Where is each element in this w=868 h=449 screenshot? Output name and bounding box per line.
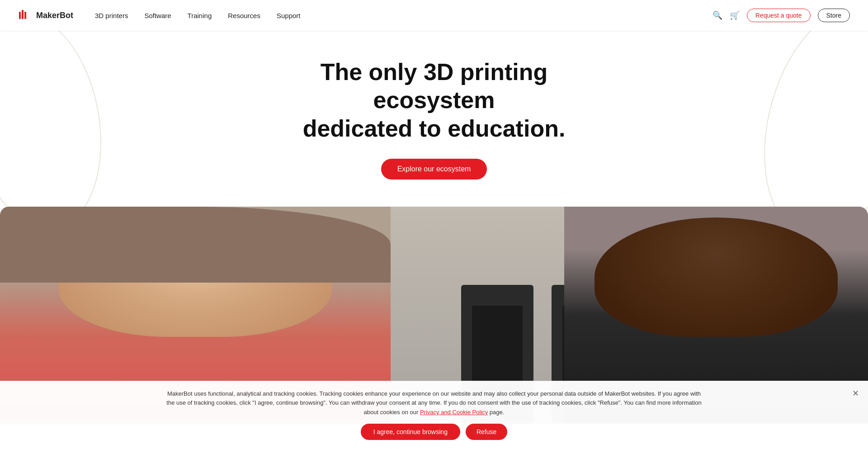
cookie-buttons: I agree, continue browsing Refuse: [27, 424, 841, 440]
cookie-policy-link[interactable]: Privacy and Cookie Policy: [420, 409, 488, 416]
cookie-refuse-button[interactable]: Refuse: [466, 424, 507, 440]
cart-icon[interactable]: 🛒: [730, 10, 740, 20]
svg-rect-2: [24, 12, 26, 19]
nav-item-support[interactable]: Support: [277, 12, 301, 19]
hero-text-block: The only 3D printing ecosystem dedicated…: [0, 31, 868, 198]
makerbot-logo-icon: [18, 8, 33, 23]
cookie-text: MakerBot uses functional, analytical and…: [163, 389, 705, 417]
logo-text: MakerBot: [36, 11, 73, 20]
nav-item-3d-printers[interactable]: 3D printers: [95, 12, 128, 19]
svg-rect-1: [22, 10, 24, 19]
main-header: MakerBot 3D printers Software Training R…: [0, 0, 868, 31]
svg-rect-0: [19, 12, 21, 19]
store-button[interactable]: Store: [818, 9, 850, 22]
cookie-banner: ✕ MakerBot uses functional, analytical a…: [0, 381, 868, 449]
main-nav: 3D printers Software Training Resources …: [95, 12, 300, 19]
request-quote-button[interactable]: Request a quote: [747, 9, 811, 22]
nav-item-resources[interactable]: Resources: [228, 12, 260, 19]
logo[interactable]: MakerBot: [18, 8, 73, 23]
search-icon[interactable]: 🔍: [712, 10, 722, 20]
header-left: MakerBot 3D printers Software Training R…: [18, 8, 300, 23]
hero-title: The only 3D printing ecosystem dedicated…: [276, 58, 592, 142]
cookie-close-button[interactable]: ✕: [852, 388, 859, 398]
header-right: 🔍 🛒 Request a quote Store: [712, 9, 850, 22]
nav-item-software[interactable]: Software: [144, 12, 171, 19]
cookie-agree-button[interactable]: I agree, continue browsing: [361, 424, 460, 440]
nav-item-training[interactable]: Training: [188, 12, 212, 19]
explore-ecosystem-button[interactable]: Explore our ecosystem: [381, 159, 487, 180]
